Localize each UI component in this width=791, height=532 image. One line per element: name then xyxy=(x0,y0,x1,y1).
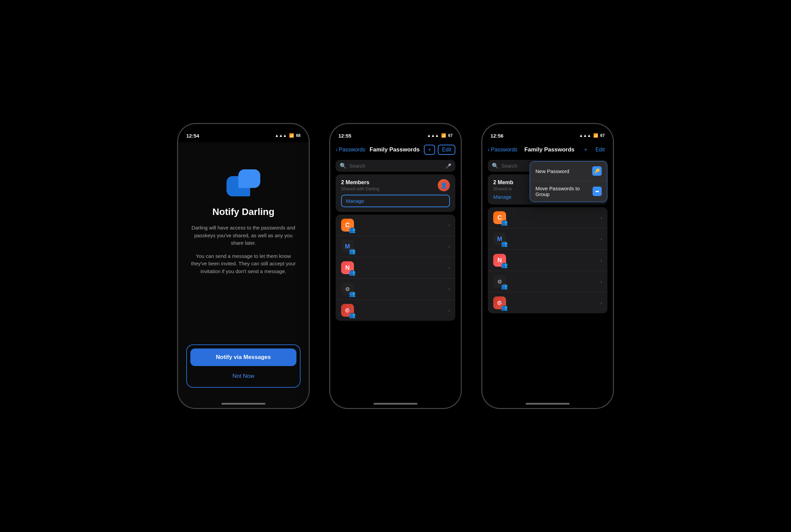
back-label-2: Passwords xyxy=(339,147,365,153)
phone-2-inner: 12:55 ▲▲▲ 📶 67 ‹ Passwords Family Passwo… xyxy=(330,124,461,408)
time-2: 12:55 xyxy=(338,133,351,138)
bubble-front xyxy=(238,169,260,188)
app-item-3-5[interactable]: 🎯 👥 › xyxy=(488,292,607,313)
app-item-3-3[interactable]: N 👥 › xyxy=(488,250,607,271)
members-count-3: 2 Memb xyxy=(493,179,513,186)
nav-title-2: Family Passwords xyxy=(370,146,419,153)
battery-1: 68 xyxy=(296,133,301,138)
notify-buttons-container: Notify via Messages Not Now xyxy=(186,344,301,388)
app-badge-2-3: 👥 xyxy=(350,270,355,275)
nav-bar-3: ‹ Passwords Family Passwords + Edit xyxy=(483,142,613,157)
key-icon: 🔑 xyxy=(592,166,602,176)
app-item-2-3[interactable]: N 👥 › xyxy=(336,257,455,279)
wifi-icon-2: 📶 xyxy=(441,133,446,138)
app-badge-3-4: 👥 xyxy=(502,284,507,289)
phones-container: 12:54 ▲▲▲ 📶 68 Notify Darling Darling xyxy=(164,110,627,422)
app-list-2: C 👥 › M 👥 › N 👥 xyxy=(336,215,455,321)
notify-title: Notify Darling xyxy=(212,207,275,217)
search-placeholder-2: Search xyxy=(349,163,443,169)
dynamic-island-3 xyxy=(527,128,568,139)
app-item-3-4[interactable]: ⚙ 👥 › xyxy=(488,271,607,292)
add-button-2[interactable]: + xyxy=(424,145,435,155)
edit-button-2[interactable]: Edit xyxy=(438,145,455,155)
chevron-2-4: › xyxy=(448,286,450,292)
battery-3: 67 xyxy=(600,133,605,138)
wifi-icon-3: 📶 xyxy=(593,133,598,138)
manage-button-2[interactable]: Manage xyxy=(341,195,450,207)
app-icon-2-5: 🎯 👥 xyxy=(341,304,354,317)
chevron-3-5: › xyxy=(600,300,602,306)
chevron-2-2: › xyxy=(448,244,450,249)
time-1: 12:54 xyxy=(186,133,199,138)
phone-3-inner: 12:56 ▲▲▲ 📶 67 ‹ Passwords Family Passwo… xyxy=(483,124,613,408)
home-indicator-1 xyxy=(221,403,265,404)
dynamic-island-2 xyxy=(375,128,416,139)
phone-1: 12:54 ▲▲▲ 📶 68 Notify Darling Darling xyxy=(177,124,309,408)
app-list-3: C 👥 › M 👥 › N 👥 xyxy=(488,207,607,313)
nav-back-2[interactable]: ‹ Passwords xyxy=(336,147,365,153)
chevron-2-1: › xyxy=(448,222,450,228)
app-badge-2-5: 👥 xyxy=(350,312,355,317)
notify-desc1: Darling will have access to the password… xyxy=(188,224,299,247)
back-chevron-2: ‹ xyxy=(336,147,337,153)
back-chevron-3: ‹ xyxy=(488,147,489,153)
phone-2: 12:55 ▲▲▲ 📶 67 ‹ Passwords Family Passwo… xyxy=(329,124,462,408)
app-item-2-1[interactable]: C 👥 › xyxy=(336,215,455,236)
notify-via-messages-button[interactable]: Notify via Messages xyxy=(190,348,297,366)
app-badge-2-4: 👥 xyxy=(350,291,355,296)
app-icon-3-4: ⚙ 👥 xyxy=(493,275,506,288)
dropdown-item-new-password[interactable]: New Password 🔑 xyxy=(530,162,607,181)
members-info-2: 2 Members Shared with Darling xyxy=(341,179,379,191)
chat-icon-area xyxy=(226,169,260,196)
search-icon-2: 🔍 xyxy=(340,163,346,169)
nav-title-3: Family Passwords xyxy=(524,146,574,153)
app-badge-3-3: 👥 xyxy=(502,263,507,267)
members-count-2: 2 Members xyxy=(341,179,379,186)
app-badge-3-2: 👥 xyxy=(502,241,507,246)
status-icons-2: ▲▲▲ 📶 67 xyxy=(427,133,453,138)
signal-icon: ▲▲▲ xyxy=(275,133,287,138)
nav-back-3[interactable]: ‹ Passwords xyxy=(488,147,517,153)
nav-actions-3: + Edit xyxy=(581,145,607,154)
chevron-3-3: › xyxy=(600,258,602,263)
not-now-button[interactable]: Not Now xyxy=(190,369,297,384)
battery-2: 67 xyxy=(448,133,453,138)
app-item-3-2[interactable]: M 👥 › xyxy=(488,228,607,250)
new-password-label: New Password xyxy=(535,168,569,174)
members-info-3: 2 Memb Shared w xyxy=(493,179,513,191)
members-header-2: 2 Members Shared with Darling 👤 xyxy=(341,179,450,191)
status-icons-1: ▲▲▲ 📶 68 xyxy=(275,133,301,138)
signal-icon-3: ▲▲▲ xyxy=(579,133,591,138)
app-badge-2-1: 👥 xyxy=(350,227,355,232)
app-icon-2-2: M 👥 xyxy=(341,240,354,253)
dropdown-item-move-passwords[interactable]: Move Passwords to Group ➡ xyxy=(530,181,607,202)
app-item-3-1[interactable]: C 👥 › xyxy=(488,207,607,228)
app-item-2-2[interactable]: M 👥 › xyxy=(336,236,455,257)
edit-button-3[interactable]: Edit xyxy=(592,145,607,154)
add-button-3[interactable]: + xyxy=(581,145,590,154)
chevron-2-3: › xyxy=(448,265,450,270)
members-shared-3: Shared w xyxy=(493,186,513,191)
app-icon-3-2: M 👥 xyxy=(493,232,506,245)
move-icon: ➡ xyxy=(592,187,602,196)
mic-icon-2: 🎤 xyxy=(446,163,451,169)
app-icon-3-3: N 👥 xyxy=(493,254,506,267)
dropdown-menu: New Password 🔑 Move Passwords to Group ➡ xyxy=(530,161,607,202)
chevron-3-1: › xyxy=(600,215,602,221)
members-shared-2: Shared with Darling xyxy=(341,186,379,191)
app-icon-3-5: 🎯 👥 xyxy=(493,297,506,309)
app-item-2-4[interactable]: ⚙ 👥 › xyxy=(336,279,455,300)
chevron-3-4: › xyxy=(600,279,602,284)
phone-1-inner: 12:54 ▲▲▲ 📶 68 Notify Darling Darling xyxy=(178,124,308,408)
phone-1-content: Notify Darling Darling will have access … xyxy=(178,142,308,408)
app-item-2-5[interactable]: 🎯 👥 › xyxy=(336,300,455,321)
chevron-2-5: › xyxy=(448,308,450,313)
nav-actions-2: + Edit xyxy=(424,145,455,155)
chevron-3-2: › xyxy=(600,236,602,242)
manage-button-3[interactable]: Manage xyxy=(493,194,511,200)
search-bar-2[interactable]: 🔍 Search 🎤 xyxy=(336,160,455,172)
app-icon-3-1: C 👥 xyxy=(493,211,506,224)
dynamic-island-1 xyxy=(223,128,264,139)
avatar-2: 👤 xyxy=(438,179,450,191)
members-card-2: 2 Members Shared with Darling 👤 Manage xyxy=(336,174,455,212)
